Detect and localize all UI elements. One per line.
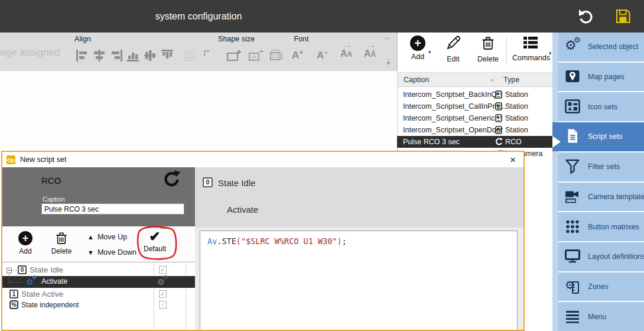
tree-row-state-active[interactable]: 1 State Active ✓ [2, 289, 195, 300]
sidebar-item-layout-definitions[interactable]: Layout definitions [558, 242, 644, 271]
checkbox-checked-disabled[interactable]: ✓ [159, 301, 167, 309]
align-left-icon[interactable] [76, 49, 89, 62]
move-down-button[interactable]: ▼Move Down [87, 248, 136, 257]
caption-label: Caption [43, 196, 65, 203]
document-icon [565, 128, 581, 145]
align-group-label: Align [58, 35, 108, 43]
sidebar-item-icon-sets[interactable]: Icon sets [558, 92, 644, 121]
state-independent-badge: % [9, 300, 18, 309]
table-row[interactable]: Intercom_Scriptset_BackInQ Station [397, 89, 552, 100]
table-row[interactable]: Intercom_Scriptset_CallInPriv... Station [397, 100, 552, 112]
align-center-icon[interactable] [93, 49, 106, 62]
gears-action-icon: ⚙⚙ [26, 278, 38, 288]
tree-delete-button[interactable]: Delete [45, 231, 78, 255]
sidebar-item-selected-object[interactable]: ⚙⚙ Selected object [558, 33, 644, 61]
font-group-label: Font [288, 35, 315, 43]
type-column-header[interactable]: Type [503, 76, 519, 84]
script-type-label: RCO [41, 176, 61, 186]
table-row[interactable]: Intercom_Scriptset_OpenDoor Station [397, 124, 552, 136]
tree-row-state-independent[interactable]: % State independent ✓ [2, 300, 195, 311]
add-button[interactable]: + Add [405, 35, 431, 61]
commands-list-icon [523, 35, 538, 50]
shape-fit-icon[interactable] [269, 49, 285, 62]
tree-row-activate-selected[interactable]: ⚙⚙ Activate ⚙⚙ [2, 276, 195, 288]
selected-item-arrow-icon [552, 136, 561, 148]
map-icon [565, 69, 581, 85]
shape-decrease-icon[interactable] [248, 49, 264, 62]
commands-button[interactable]: Commands [512, 35, 549, 62]
no-page-assigned-text: age assigned [0, 47, 60, 59]
undo-icon[interactable] [577, 8, 594, 25]
tree-add-button[interactable]: + Add [11, 231, 40, 255]
script-code-editor[interactable]: Av.STE("$SLRC W%RCO U1 W30"); [200, 231, 518, 331]
add-plus-icon: + [410, 35, 425, 51]
default-button[interactable]: ✔ Default [137, 230, 173, 253]
station-icon [495, 102, 502, 112]
sidebar-item-zones[interactable]: ⚙ Zones [558, 272, 644, 301]
state-0-badge: 0 [18, 265, 27, 274]
collapse-expander-icon[interactable] [6, 268, 12, 273]
button-separator [506, 37, 507, 66]
dialog-toolbar: + Add Delete ▲Move Up ▼Move Down ✔ [2, 226, 195, 262]
align-middle-icon[interactable] [144, 49, 157, 62]
station-icon [495, 90, 502, 100]
dialog-body: RCO Caption + Add Delete [2, 167, 523, 330]
sidebar-item-camera-templates[interactable]: Camera templates [558, 183, 644, 212]
new-script-set-dialog: Op New script set × RCO Caption + [1, 151, 525, 331]
shape-grid-icon[interactable] [204, 50, 214, 61]
triangle-down-icon: ▼ [87, 249, 94, 256]
font-apply-all-icon[interactable]: →AÅ [364, 48, 376, 59]
font-increase-icon[interactable]: A+ [292, 48, 303, 61]
caption-column-header[interactable]: Caption [404, 76, 429, 84]
state-0-badge: 0 [203, 177, 213, 187]
checkbox-checked[interactable]: ✓ [159, 290, 167, 298]
icon-grid-icon [565, 99, 581, 115]
dot-grid-icon [565, 219, 581, 235]
edit-button[interactable]: Edit [440, 35, 466, 63]
commands-caret-icon[interactable]: ▾ [549, 50, 552, 56]
align-bottom-icon[interactable] [126, 49, 139, 62]
sidebar-item-script-sets[interactable]: Script sets [558, 122, 644, 151]
sidebar: ⚙⚙ Selected object Map pages Icon sets S… [558, 33, 644, 331]
sidebar-item-menu[interactable]: Menu [558, 302, 644, 331]
checkbox-checked[interactable]: ✓ [159, 266, 167, 274]
caption-input[interactable] [41, 203, 184, 215]
rco-icon [495, 138, 503, 147]
window-title: system configuration [0, 0, 397, 33]
font-apply-icon[interactable]: →AA [340, 48, 352, 59]
save-icon[interactable] [615, 8, 632, 25]
move-up-button[interactable]: ▲Move Up [87, 233, 127, 241]
dialog-title: New script set [20, 155, 67, 164]
camera-ruler-icon [565, 189, 581, 205]
state-header: 0 State Idle Activate [195, 167, 523, 228]
sidebar-item-map-pages[interactable]: Map pages [558, 63, 644, 92]
sidebar-item-button-matrixes[interactable]: Button matrixes [558, 212, 644, 241]
marquee-icon[interactable] [184, 50, 195, 61]
align-right-icon[interactable] [110, 49, 123, 62]
state-1-badge: 1 [9, 290, 18, 298]
shape-increase-icon[interactable] [226, 49, 242, 62]
menu-lines-icon [565, 309, 581, 325]
refresh-icon[interactable] [162, 170, 181, 189]
add-caret-icon[interactable]: ▾ [428, 49, 431, 55]
delete-button[interactable]: Delete [473, 35, 503, 63]
table-row[interactable]: Intercom_Scriptset_Generic Station [397, 112, 552, 124]
align-top-icon[interactable] [161, 49, 174, 62]
funnel-icon [565, 158, 581, 175]
dialog-title-bar: Op New script set × [2, 152, 523, 167]
list-scrollbar[interactable] [552, 33, 558, 331]
table-header: Caption ▲ Type [398, 72, 553, 87]
script-type-panel: RCO Caption [2, 167, 195, 226]
app-window: system configuration age assigned Align … [0, 0, 644, 331]
ribbon-collapse-icon[interactable]: ▾ [387, 60, 390, 66]
state-tree: 0 State Idle ✓ ⚙⚙ Activate ⚙⚙ 1 State Ac… [2, 262, 195, 330]
gears-dim-icon: ⚙⚙ [157, 278, 169, 288]
event-name: Activate [227, 205, 258, 215]
station-icon [495, 126, 502, 136]
sidebar-item-filter-sets[interactable]: Filter sets [558, 152, 644, 181]
font-decrease-icon[interactable]: A− [317, 48, 328, 61]
shape-size-group-label: Shape size [208, 35, 265, 43]
close-icon[interactable]: × [510, 155, 516, 165]
table-row-selected[interactable]: Pulse RCO 3 sec RCO [397, 136, 552, 148]
ribbon-expand-icon[interactable]: ›› [385, 35, 389, 41]
